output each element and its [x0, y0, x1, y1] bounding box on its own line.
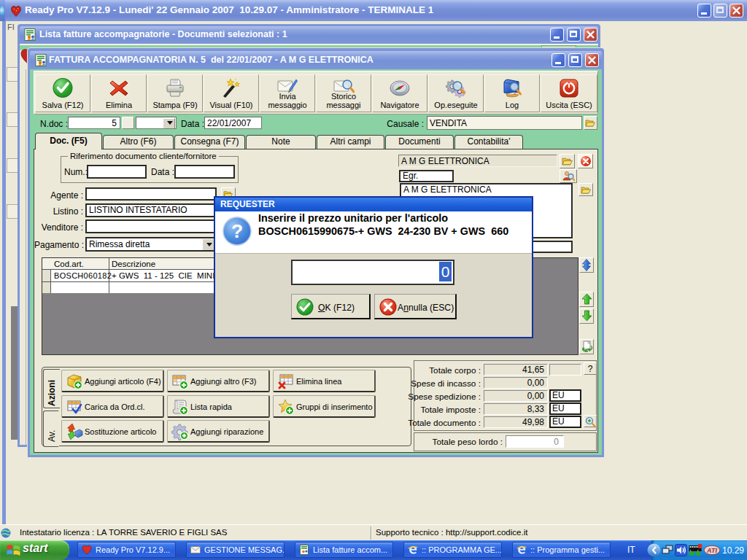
svg-text:ATI: ATI: [706, 547, 717, 554]
svg-text:?: ?: [231, 220, 243, 242]
